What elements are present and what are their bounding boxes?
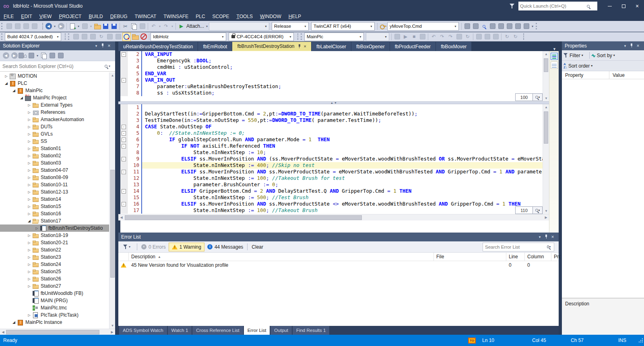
tool-tab-find-results-1[interactable]: Find Results 1 [293, 326, 330, 335]
fold-collapse-icon[interactable]: - [122, 170, 126, 174]
pending-changes-filter-icon[interactable] [27, 51, 35, 60]
warnings-filter-button[interactable]: 1 Warning [169, 243, 204, 251]
document-tab-fbProductFeeder[interactable]: fbProductFeeder [390, 42, 436, 51]
code-text[interactable]: parameter:uRetainBrushDestroyTestStation… [142, 83, 549, 90]
break-all-icon[interactable] [22, 22, 30, 31]
tree-item-station01[interactable]: ▷Station01 [0, 145, 115, 152]
add-folder-icon[interactable] [131, 33, 139, 41]
collapse-arrow-icon[interactable]: ◢ [3, 81, 9, 85]
expand-arrow-icon[interactable]: ▷ [26, 205, 32, 208]
expand-arrow-icon[interactable]: ▷ [26, 140, 32, 143]
code-line-5[interactable]: 5END_VAR [120, 70, 549, 77]
code-line-14[interactable]: -14 ELSIF GripperBottom.Cmd = 2 AND Dela… [120, 188, 549, 194]
fold-collapse-icon[interactable]: - [122, 202, 126, 206]
code-line-13[interactable]: 13 parameter.BrushCounter := 0; [120, 181, 549, 188]
tree-item-references[interactable]: ▷References [0, 109, 115, 116]
filter-button[interactable]: ▾ [120, 243, 136, 251]
solution-search-box[interactable]: ▾ [0, 61, 115, 72]
tree-item-station23[interactable]: ▷Station23 [0, 253, 115, 261]
collapse-arrow-icon[interactable]: ◢ [19, 96, 25, 100]
step-out-icon[interactable]: ↷ [446, 33, 455, 41]
expand-arrow-icon[interactable]: ▷ [26, 248, 32, 252]
dropdown-caret-icon[interactable]: ▾ [76, 22, 80, 31]
tree-item-mainplc[interactable]: ◢MainPlc [0, 87, 115, 94]
zoom-magnifier-button[interactable]: ▾ [533, 206, 543, 214]
menu-tools[interactable]: TOOLS [233, 12, 256, 21]
undo-icon[interactable]: ↶ [149, 22, 158, 31]
fold-collapse-icon[interactable]: - [122, 125, 126, 129]
value-column-header[interactable]: Value [609, 71, 628, 79]
menu-twincat[interactable]: TWINCAT [131, 12, 160, 21]
window-position-caret-icon[interactable]: ▾ [93, 44, 99, 48]
properties-wrench-icon[interactable] [48, 51, 56, 60]
document-tab-fbBoxMover[interactable]: fbBoxMover [436, 42, 471, 51]
sync-with-active-document-icon[interactable] [39, 51, 48, 60]
expand-arrow-icon[interactable]: ▷ [26, 132, 32, 136]
scrollbar-thumb[interactable] [110, 170, 115, 278]
expand-arrow-icon[interactable]: ▷ [26, 147, 32, 150]
scrollbar-thumb[interactable] [125, 215, 362, 220]
toolbar-grip[interactable] [301, 33, 303, 40]
tree-item-main-prg-[interactable]: MAIN (PRG) [0, 297, 115, 304]
module-icon[interactable] [514, 22, 522, 31]
feedback-icon[interactable] [510, 4, 514, 8]
target-system-combo[interactable]: CP-4CC4C4 (ERROR)▾ [229, 33, 294, 41]
cut-icon[interactable]: ✂ [121, 22, 130, 31]
document-list-dropdown-icon[interactable]: ▼ [553, 47, 559, 51]
scroll-up-arrow-icon[interactable]: ▲ [543, 51, 549, 57]
wrench-icon[interactable] [471, 22, 480, 31]
fold-collapse-icon[interactable]: - [122, 189, 126, 194]
restart-twincat-icon[interactable]: ↻ [503, 33, 511, 41]
tree-item-station08-09[interactable]: ▷Station08-09 [0, 174, 115, 181]
tree-item-fbunitwoodidb-fb-[interactable]: fbUnitWoodIdb (FB) [0, 290, 115, 297]
code-line-17[interactable]: 17 State.nInNextStep := 100; //Takeout B… [120, 207, 549, 214]
messages-filter-button[interactable]: i44 Messages [204, 243, 246, 251]
start-icon[interactable]: ▶ [401, 33, 410, 41]
logout-icon[interactable] [418, 33, 427, 41]
toolbar-grip[interactable] [1, 23, 4, 29]
step-into-icon[interactable]: ↷ [438, 33, 446, 41]
expand-arrow-icon[interactable]: ▷ [26, 270, 32, 274]
tree-item-station24[interactable]: ▷Station24 [0, 261, 115, 268]
tree-item-station17[interactable]: ◢Station17 [0, 217, 115, 224]
tree-item-station14[interactable]: ▷Station14 [0, 196, 115, 203]
document-tab-fbLabelCloser[interactable]: fbLabelCloser [312, 42, 351, 51]
code-text[interactable]: ELSIF ss.MoverInPosition AND (ss.MoverPr… [142, 156, 549, 162]
code-text[interactable]: parameter.BrushCounter := 0; [142, 181, 549, 188]
code-line-10[interactable]: 10 State.nInNextStep := 400; //Skip no t… [120, 162, 549, 169]
scroll-down-arrow-icon[interactable]: ▼ [543, 95, 549, 101]
expand-arrow-icon[interactable]: ▷ [26, 161, 32, 165]
expand-arrow-icon[interactable]: ▷ [26, 183, 32, 187]
scrollbar-thumb[interactable] [6, 330, 99, 334]
code-line-4[interactable]: 4 cmdHmi : uStationControl; [120, 64, 549, 70]
code-text[interactable]: EmergencyOk :BOOL; [142, 58, 549, 64]
close-icon[interactable]: × [106, 43, 112, 49]
fold-collapse-icon[interactable]: - [122, 138, 126, 142]
code-text[interactable]: State.nInNextStep := 100; //Takeout Brus… [142, 207, 549, 214]
menu-debug[interactable]: DEBUG [107, 12, 131, 21]
new-file-icon[interactable] [68, 22, 76, 31]
scroll-right-arrow-icon[interactable]: ▶ [543, 214, 549, 221]
scroll-up-arrow-icon[interactable]: ▲ [543, 104, 549, 110]
paste-icon[interactable] [138, 22, 147, 31]
code-text[interactable]: State.nInNextStep := 10; [142, 149, 549, 156]
tree-item-station20-21[interactable]: ▷Station20-21 [0, 239, 115, 246]
dropdown-caret-icon[interactable]: ▾ [170, 22, 174, 31]
open-folder-icon[interactable] [93, 22, 101, 31]
solution-horizontal-scrollbar[interactable]: ◀ ▶ [0, 329, 115, 335]
code-line-4[interactable]: -4CASE State.nOutStep OF [120, 124, 549, 130]
error-list-search-box[interactable]: ▾ [483, 243, 554, 251]
pin-icon[interactable] [543, 235, 549, 239]
code-line-16[interactable]: -16 ELSIF ss.MoverInPosition AND ss.Move… [120, 201, 549, 207]
solution-vertical-scrollbar[interactable]: ▲ ▼ [109, 72, 115, 329]
preview-selected-items-icon[interactable] [56, 51, 65, 60]
tree-item-station04-07[interactable]: ▷Station04-07 [0, 167, 115, 174]
online-change-icon[interactable] [483, 33, 491, 41]
reset-cold-icon[interactable]: ↻ [463, 33, 472, 41]
window-position-caret-icon[interactable]: ▾ [537, 235, 543, 239]
link-icon[interactable] [72, 33, 80, 41]
attach-play-icon[interactable]: ▶ [177, 22, 186, 31]
plc-project-combo[interactable]: MainPlc▾ [304, 33, 364, 41]
free-run-key-icon[interactable] [379, 22, 387, 31]
login-icon[interactable] [393, 33, 401, 41]
